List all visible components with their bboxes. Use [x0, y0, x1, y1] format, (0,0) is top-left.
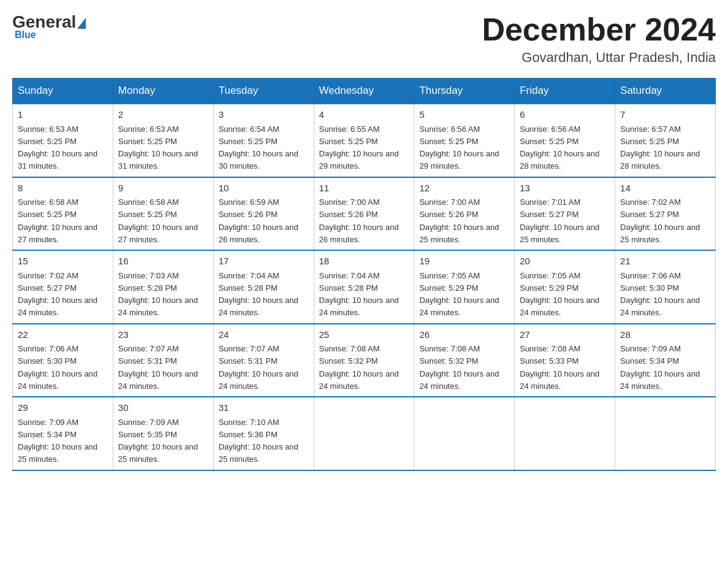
header-monday: Monday: [113, 79, 213, 104]
table-row: 13 Sunrise: 7:01 AMSunset: 5:27 PMDaylig…: [515, 177, 615, 251]
day-number: 29: [18, 401, 108, 415]
table-row: [515, 397, 615, 470]
header-saturday: Saturday: [615, 79, 716, 104]
table-row: 3 Sunrise: 6:54 AMSunset: 5:25 PMDayligh…: [213, 104, 314, 177]
calendar-week-row: 8 Sunrise: 6:58 AMSunset: 5:25 PMDayligh…: [13, 177, 716, 251]
day-number: 11: [319, 182, 409, 196]
day-info: Sunrise: 7:00 AMSunset: 5:26 PMDaylight:…: [319, 197, 399, 244]
day-number: 5: [419, 108, 509, 122]
day-info: Sunrise: 7:07 AMSunset: 5:31 PMDaylight:…: [219, 344, 298, 391]
table-row: [615, 397, 716, 470]
day-number: 27: [520, 328, 610, 342]
day-number: 31: [219, 401, 309, 415]
location: Govardhan, Uttar Pradesh, India: [482, 50, 716, 66]
calendar-week-row: 1 Sunrise: 6:53 AMSunset: 5:25 PMDayligh…: [13, 104, 716, 177]
table-row: 24 Sunrise: 7:07 AMSunset: 5:31 PMDaylig…: [213, 324, 314, 397]
day-info: Sunrise: 7:05 AMSunset: 5:29 PMDaylight:…: [419, 271, 499, 318]
day-number: 23: [118, 328, 208, 342]
day-number: 10: [219, 182, 309, 196]
table-row: 26 Sunrise: 7:08 AMSunset: 5:32 PMDaylig…: [414, 324, 515, 397]
table-row: 10 Sunrise: 6:59 AMSunset: 5:26 PMDaylig…: [213, 177, 314, 251]
table-row: 25 Sunrise: 7:08 AMSunset: 5:32 PMDaylig…: [314, 324, 414, 397]
day-info: Sunrise: 7:09 AMSunset: 5:34 PMDaylight:…: [620, 344, 700, 391]
table-row: 7 Sunrise: 6:57 AMSunset: 5:25 PMDayligh…: [615, 104, 716, 177]
day-number: 8: [18, 182, 108, 196]
day-number: 2: [118, 108, 208, 122]
day-info: Sunrise: 7:04 AMSunset: 5:28 PMDaylight:…: [219, 271, 298, 318]
table-row: 30 Sunrise: 7:09 AMSunset: 5:35 PMDaylig…: [113, 397, 213, 470]
table-row: 14 Sunrise: 7:02 AMSunset: 5:27 PMDaylig…: [615, 177, 716, 251]
day-info: Sunrise: 7:03 AMSunset: 5:28 PMDaylight:…: [118, 271, 198, 318]
table-row: 1 Sunrise: 6:53 AMSunset: 5:25 PMDayligh…: [13, 104, 113, 177]
table-row: 8 Sunrise: 6:58 AMSunset: 5:25 PMDayligh…: [13, 177, 113, 251]
calendar-table: Sunday Monday Tuesday Wednesday Thursday…: [12, 78, 716, 471]
day-number: 4: [319, 108, 409, 122]
table-row: 21 Sunrise: 7:06 AMSunset: 5:30 PMDaylig…: [615, 250, 716, 324]
day-info: Sunrise: 7:05 AMSunset: 5:29 PMDaylight:…: [520, 271, 599, 318]
day-info: Sunrise: 7:02 AMSunset: 5:27 PMDaylight:…: [18, 271, 97, 318]
logo-arrow-icon: [77, 18, 86, 29]
day-info: Sunrise: 7:10 AMSunset: 5:36 PMDaylight:…: [219, 418, 298, 464]
day-number: 20: [520, 255, 610, 269]
day-info: Sunrise: 6:53 AMSunset: 5:25 PMDaylight:…: [18, 124, 97, 171]
calendar-week-row: 15 Sunrise: 7:02 AMSunset: 5:27 PMDaylig…: [13, 250, 716, 324]
day-number: 16: [118, 255, 208, 269]
table-row: 19 Sunrise: 7:05 AMSunset: 5:29 PMDaylig…: [414, 250, 515, 324]
table-row: 27 Sunrise: 7:08 AMSunset: 5:33 PMDaylig…: [515, 324, 615, 397]
table-row: 22 Sunrise: 7:06 AMSunset: 5:30 PMDaylig…: [13, 324, 113, 397]
table-row: 11 Sunrise: 7:00 AMSunset: 5:26 PMDaylig…: [314, 177, 414, 251]
day-number: 6: [520, 108, 610, 122]
day-number: 18: [319, 255, 409, 269]
table-row: 28 Sunrise: 7:09 AMSunset: 5:34 PMDaylig…: [615, 324, 716, 397]
table-row: 5 Sunrise: 6:56 AMSunset: 5:25 PMDayligh…: [414, 104, 515, 177]
day-info: Sunrise: 6:58 AMSunset: 5:25 PMDaylight:…: [118, 197, 198, 244]
page-header: General Blue December 2024 Govardhan, Ut…: [12, 12, 716, 66]
table-row: 18 Sunrise: 7:04 AMSunset: 5:28 PMDaylig…: [314, 250, 414, 324]
table-row: 9 Sunrise: 6:58 AMSunset: 5:25 PMDayligh…: [113, 177, 213, 251]
day-info: Sunrise: 7:01 AMSunset: 5:27 PMDaylight:…: [520, 197, 599, 244]
header-wednesday: Wednesday: [314, 79, 414, 104]
day-number: 30: [118, 401, 208, 415]
day-info: Sunrise: 7:07 AMSunset: 5:31 PMDaylight:…: [118, 344, 198, 391]
day-number: 3: [219, 108, 309, 122]
logo-blue-text: Blue: [15, 29, 36, 40]
day-number: 13: [520, 182, 610, 196]
table-row: 31 Sunrise: 7:10 AMSunset: 5:36 PMDaylig…: [213, 397, 314, 470]
table-row: 23 Sunrise: 7:07 AMSunset: 5:31 PMDaylig…: [113, 324, 213, 397]
day-number: 24: [219, 328, 309, 342]
day-number: 15: [18, 255, 108, 269]
day-info: Sunrise: 7:09 AMSunset: 5:34 PMDaylight:…: [18, 418, 97, 464]
day-number: 28: [620, 328, 710, 342]
day-info: Sunrise: 7:02 AMSunset: 5:27 PMDaylight:…: [620, 197, 700, 244]
day-info: Sunrise: 7:04 AMSunset: 5:28 PMDaylight:…: [319, 271, 399, 318]
day-number: 17: [219, 255, 309, 269]
day-number: 22: [18, 328, 108, 342]
header-tuesday: Tuesday: [213, 79, 314, 104]
weekday-header-row: Sunday Monday Tuesday Wednesday Thursday…: [13, 79, 716, 104]
day-info: Sunrise: 6:55 AMSunset: 5:25 PMDaylight:…: [319, 124, 399, 171]
calendar-week-row: 29 Sunrise: 7:09 AMSunset: 5:34 PMDaylig…: [13, 397, 716, 470]
day-number: 25: [319, 328, 409, 342]
day-info: Sunrise: 6:54 AMSunset: 5:25 PMDaylight:…: [219, 124, 298, 171]
table-row: [414, 397, 515, 470]
day-number: 26: [419, 328, 509, 342]
day-info: Sunrise: 7:08 AMSunset: 5:32 PMDaylight:…: [419, 344, 499, 391]
day-info: Sunrise: 6:56 AMSunset: 5:25 PMDaylight:…: [419, 124, 499, 171]
table-row: 20 Sunrise: 7:05 AMSunset: 5:29 PMDaylig…: [515, 250, 615, 324]
day-info: Sunrise: 7:06 AMSunset: 5:30 PMDaylight:…: [18, 344, 97, 391]
day-number: 14: [620, 182, 710, 196]
table-row: 2 Sunrise: 6:53 AMSunset: 5:25 PMDayligh…: [113, 104, 213, 177]
header-thursday: Thursday: [414, 79, 515, 104]
day-info: Sunrise: 6:53 AMSunset: 5:25 PMDaylight:…: [118, 124, 198, 171]
day-number: 9: [118, 182, 208, 196]
day-info: Sunrise: 7:09 AMSunset: 5:35 PMDaylight:…: [118, 418, 198, 464]
table-row: [314, 397, 414, 470]
day-info: Sunrise: 6:56 AMSunset: 5:25 PMDaylight:…: [520, 124, 599, 171]
day-number: 19: [419, 255, 509, 269]
table-row: 12 Sunrise: 7:00 AMSunset: 5:26 PMDaylig…: [414, 177, 515, 251]
day-number: 21: [620, 255, 710, 269]
logo: General Blue: [12, 12, 87, 40]
day-number: 12: [419, 182, 509, 196]
header-sunday: Sunday: [13, 79, 113, 104]
table-row: 4 Sunrise: 6:55 AMSunset: 5:25 PMDayligh…: [314, 104, 414, 177]
